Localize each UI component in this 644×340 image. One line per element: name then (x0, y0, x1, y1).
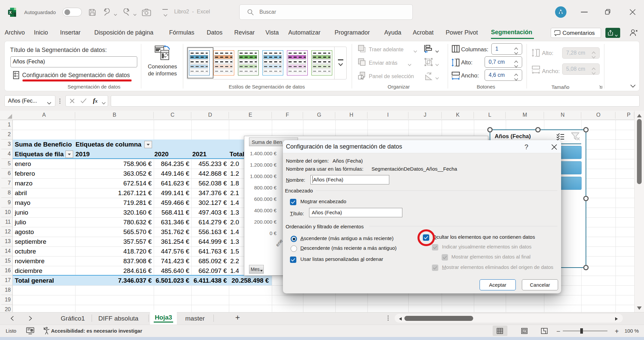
svg-text:X: X (9, 10, 12, 14)
